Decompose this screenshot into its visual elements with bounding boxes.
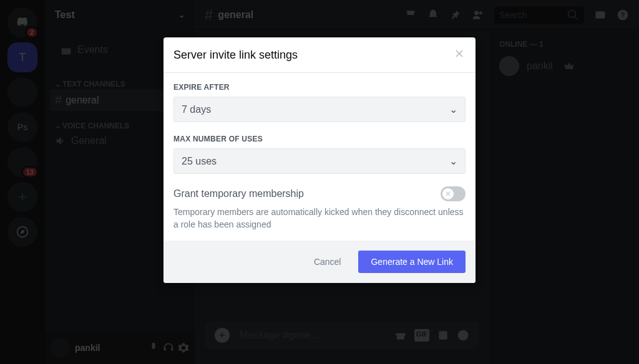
expire-value: 7 days — [182, 104, 211, 115]
max-uses-label: MAX NUMBER OF USES — [173, 135, 466, 143]
close-button[interactable] — [453, 47, 466, 62]
chevron-down-icon: ⌄ — [449, 103, 457, 115]
modal-title: Server invite link settings — [173, 49, 298, 62]
temp-membership-toggle[interactable]: ✕ — [441, 186, 466, 201]
invite-settings-modal: Server invite link settings EXPIRE AFTER… — [163, 37, 476, 283]
cancel-button[interactable]: Cancel — [301, 251, 354, 273]
max-uses-select[interactable]: 25 uses ⌄ — [173, 148, 466, 174]
max-uses-value: 25 uses — [182, 156, 217, 167]
generate-link-button[interactable]: Generate a New Link — [358, 251, 466, 273]
chevron-down-icon: ⌄ — [449, 155, 457, 167]
temp-membership-label: Grant temporary membership — [173, 188, 304, 199]
temp-membership-desc: Temporary members are automatically kick… — [173, 206, 466, 231]
toggle-knob: ✕ — [442, 188, 454, 199]
close-icon — [453, 47, 466, 60]
expire-select[interactable]: 7 days ⌄ — [173, 97, 466, 122]
expire-label: EXPIRE AFTER — [173, 83, 466, 92]
